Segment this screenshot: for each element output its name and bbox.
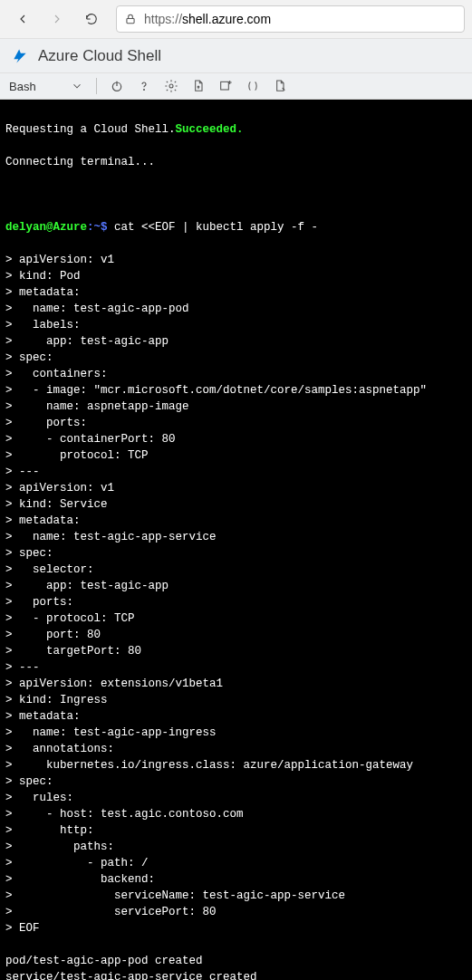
editor-icon[interactable] xyxy=(246,79,260,93)
power-icon[interactable] xyxy=(110,79,124,93)
terminal-line xyxy=(5,187,467,203)
terminal-line: > apiVersion: extensions/v1beta1 xyxy=(5,676,467,692)
upload-file-icon[interactable] xyxy=(191,79,206,93)
terminal-line: > http: xyxy=(5,822,467,839)
terminal-line: > name: aspnetapp-image xyxy=(5,399,467,415)
new-session-icon[interactable] xyxy=(218,79,233,93)
terminal-line: > selector: xyxy=(5,562,467,578)
terminal-line: > - host: test.agic.contoso.com xyxy=(5,806,467,822)
terminal-line: > app: test-agic-app xyxy=(5,333,467,350)
forward-button[interactable] xyxy=(42,4,72,34)
terminal-line: > - protocol: TCP xyxy=(5,610,467,627)
terminal-line: > spec: xyxy=(5,350,467,366)
terminal-line: > serviceName: test-agic-app-service xyxy=(5,888,467,904)
terminal-line: > labels: xyxy=(5,317,467,333)
divider xyxy=(96,78,97,94)
url-text: https://shell.azure.com xyxy=(144,12,271,26)
terminal-output[interactable]: Requesting a Cloud Shell.Succeeded. Conn… xyxy=(0,100,472,980)
help-icon[interactable] xyxy=(137,79,151,93)
terminal-line: > name: test-agic-app-ingress xyxy=(5,725,467,741)
terminal-line: > name: test-agic-app-pod xyxy=(5,301,467,317)
terminal-line: > servicePort: 80 xyxy=(5,904,467,920)
terminal-line: > spec: xyxy=(5,773,467,790)
terminal-line: > containers: xyxy=(5,366,467,382)
shell-toolbar: Bash xyxy=(0,72,472,100)
settings-icon[interactable] xyxy=(164,79,178,93)
terminal-line: > rules: xyxy=(5,790,467,806)
chevron-down-icon xyxy=(71,80,83,92)
terminal-line: Connecting terminal... xyxy=(5,154,467,170)
web-preview-icon[interactable] xyxy=(273,79,287,93)
terminal-line: > metadata: xyxy=(5,284,467,301)
svg-rect-4 xyxy=(220,82,228,90)
svg-point-2 xyxy=(143,90,144,91)
terminal-line: > ports: xyxy=(5,594,467,610)
terminal-line: > - containerPort: 80 xyxy=(5,431,467,447)
terminal-line: > backend: xyxy=(5,871,467,888)
terminal-line: service/test-agic-app-service created xyxy=(5,969,467,980)
lock-icon xyxy=(124,13,137,25)
terminal-line: > port: 80 xyxy=(5,627,467,643)
terminal-line: > ports: xyxy=(5,415,467,431)
terminal-line: > annotations: xyxy=(5,741,467,757)
terminal-line: > kind: Pod xyxy=(5,268,467,284)
header-bar: Azure Cloud Shell xyxy=(0,38,472,72)
address-bar[interactable]: https://shell.azure.com xyxy=(116,5,465,33)
terminal-line: > app: test-agic-app xyxy=(5,578,467,594)
terminal-line: > kind: Ingress xyxy=(5,692,467,708)
page-title: Azure Cloud Shell xyxy=(38,47,161,65)
terminal-line: > --- xyxy=(5,659,467,676)
terminal-line: > spec: xyxy=(5,545,467,562)
terminal-line: > protocol: TCP xyxy=(5,447,467,464)
terminal-line: > targetPort: 80 xyxy=(5,643,467,659)
terminal-line: > paths: xyxy=(5,839,467,855)
terminal-line: > apiVersion: v1 xyxy=(5,480,467,496)
browser-nav-bar: https://shell.azure.com xyxy=(0,0,472,38)
terminal-line: > metadata: xyxy=(5,513,467,529)
terminal-line: > metadata: xyxy=(5,708,467,725)
azure-logo-icon xyxy=(11,47,29,65)
terminal-line: > EOF xyxy=(5,920,467,937)
terminal-line: > --- xyxy=(5,464,467,480)
terminal-line: > kubernetes.io/ingress.class: azure/app… xyxy=(5,757,467,773)
terminal-line: > name: test-agic-app-service xyxy=(5,529,467,545)
svg-rect-0 xyxy=(127,18,134,23)
shell-type-label: Bash xyxy=(9,80,36,93)
refresh-button[interactable] xyxy=(76,4,107,34)
svg-point-3 xyxy=(169,84,173,88)
terminal-line: > kind: Service xyxy=(5,496,467,513)
terminal-prompt-line: delyan@Azure:~$ cat <<EOF | kubectl appl… xyxy=(5,219,467,235)
terminal-line: Requesting a Cloud Shell.Succeeded. xyxy=(5,121,467,138)
terminal-line: > apiVersion: v1 xyxy=(5,252,467,268)
terminal-line: > - path: / xyxy=(5,855,467,871)
terminal-line: > - image: "mcr.microsoft.com/dotnet/cor… xyxy=(5,382,467,399)
terminal-line: pod/test-agic-app-pod created xyxy=(5,953,467,969)
shell-type-dropdown[interactable]: Bash xyxy=(9,80,83,93)
back-button[interactable] xyxy=(7,4,38,34)
